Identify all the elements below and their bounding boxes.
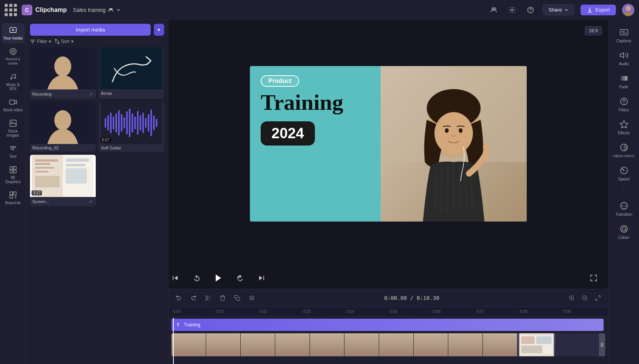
- share-button[interactable]: Share: [543, 4, 575, 15]
- preview-left-panel: Product Training 2024: [250, 66, 381, 222]
- right-tool-speed[interactable]: Speed: [611, 163, 637, 184]
- record-icon: [9, 47, 17, 56]
- svg-rect-33: [107, 115, 109, 131]
- sort-button[interactable]: Sort ▾: [54, 39, 73, 44]
- undo-btn[interactable]: [173, 292, 185, 304]
- right-tool-adjust-colours[interactable]: Adjust colours: [611, 140, 637, 161]
- sidebar-item-your-media[interactable]: Your media: [2, 23, 25, 43]
- share-people-btn[interactable]: [488, 4, 500, 16]
- play-pause-btn[interactable]: [211, 271, 225, 285]
- media-item-arrow[interactable]: Arrow: [99, 47, 165, 99]
- zoom-in-btn[interactable]: [566, 292, 577, 304]
- video-frame-1: [171, 333, 206, 356]
- media-panel-header: Import media ▾: [26, 20, 168, 39]
- user-avatar[interactable]: [622, 4, 634, 16]
- expand-timeline-btn[interactable]: [592, 292, 604, 304]
- ruler-mark-2: 0:02: [258, 309, 302, 314]
- add-clip-btn[interactable]: [246, 292, 258, 304]
- rewind-5-btn[interactable]: 5: [190, 271, 204, 285]
- right-tool-colour[interactable]: Colour: [611, 221, 637, 243]
- sidebar-item-stock-images[interactable]: Stock images: [2, 116, 25, 141]
- fullscreen-btn[interactable]: [587, 271, 601, 285]
- settings-btn[interactable]: [506, 4, 518, 16]
- transition-icon: [619, 201, 629, 210]
- cut-btn[interactable]: [202, 292, 214, 304]
- media-item-recording02[interactable]: Recording_02: [30, 102, 96, 152]
- ruler-mark-9: 0:09: [562, 309, 605, 314]
- right-tool-audio[interactable]: Audio: [611, 48, 637, 69]
- svg-rect-51: [156, 119, 157, 127]
- zoom-out-btn[interactable]: [579, 292, 591, 304]
- title-track[interactable]: T Training: [171, 318, 605, 332]
- project-name[interactable]: Sales training: [73, 7, 121, 13]
- sidebar-item-record-create[interactable]: Record & create: [2, 44, 25, 69]
- skip-start-btn[interactable]: [168, 271, 182, 285]
- right-tool-transition[interactable]: Transition: [611, 198, 637, 220]
- filter-button[interactable]: Filter ▾: [30, 39, 51, 44]
- timeline-scrubber[interactable]: [173, 318, 174, 364]
- svg-point-68: [445, 128, 449, 133]
- video-frame-2: [206, 333, 241, 356]
- video-track[interactable]: [171, 333, 605, 356]
- svg-rect-41: [129, 109, 130, 137]
- apps-grid-icon[interactable]: [5, 4, 17, 16]
- sidebar-item-brand-kit[interactable]: Brand kit: [2, 188, 25, 208]
- sidebar-item-text[interactable]: Text: [2, 141, 25, 162]
- right-tool-effects[interactable]: Effects: [611, 117, 637, 138]
- import-media-dropdown[interactable]: ▾: [154, 24, 164, 36]
- ruler-mark-7: 0:07: [475, 309, 519, 314]
- svg-rect-49: [150, 109, 152, 136]
- help-btn[interactable]: [524, 4, 537, 16]
- sidebar-item-stock-video[interactable]: Stock video: [2, 95, 25, 115]
- forward-5-btn[interactable]: 5: [233, 271, 247, 285]
- svg-text:5: 5: [239, 277, 240, 280]
- svg-rect-47: [145, 118, 146, 128]
- svg-rect-27: [101, 47, 162, 89]
- ruler-mark-4: 0:04: [345, 309, 388, 314]
- svg-rect-39: [123, 117, 125, 129]
- svg-rect-44: [137, 111, 138, 135]
- trim-handle-icon: [601, 341, 604, 349]
- right-tool-fade[interactable]: Fade: [611, 71, 637, 92]
- video-track-frames: [171, 333, 599, 356]
- media-item-screen[interactable]: 3:17 Screen... ✓: [30, 155, 96, 206]
- user-profile-image: [622, 4, 634, 16]
- media-item-soft-guitar[interactable]: 2:17 Soft Guitar: [99, 102, 165, 152]
- video-frame-3: [241, 333, 275, 356]
- trim-handle[interactable]: [599, 333, 605, 356]
- svg-point-4: [511, 9, 513, 11]
- svg-rect-60: [66, 159, 89, 162]
- svg-point-123: [622, 229, 623, 230]
- redo-btn[interactable]: [188, 292, 199, 304]
- skip-end-btn[interactable]: [255, 271, 268, 285]
- timeline-ruler: 0:00 0:01 0:02 0:03 0:04 0:05 0:06 0:07 …: [168, 307, 608, 316]
- video-frame-9: [448, 333, 483, 356]
- right-tool-filters[interactable]: Filters: [611, 94, 637, 115]
- export-button[interactable]: Export: [581, 5, 616, 15]
- svg-rect-26: [59, 68, 67, 74]
- import-media-button[interactable]: Import media: [30, 24, 151, 36]
- video-frame-5: [310, 333, 344, 356]
- delete-btn[interactable]: [217, 292, 228, 304]
- right-tool-captions[interactable]: Captions: [611, 25, 637, 46]
- svg-marker-82: [259, 276, 262, 280]
- recording-check: ✓: [89, 91, 93, 97]
- ruler-marks: 0:00 0:01 0:02 0:03 0:04 0:05 0:06 0:07 …: [171, 309, 605, 314]
- aspect-ratio-badge[interactable]: 16:9: [585, 26, 602, 35]
- main-layout: Your media Record & create Music & SFX S…: [0, 20, 639, 364]
- media-item-recording[interactable]: Recording ✓: [30, 47, 96, 99]
- video-frame-6: [344, 333, 379, 356]
- zoom-out-icon: [582, 295, 588, 301]
- preview-person: [381, 66, 527, 222]
- svg-rect-20: [10, 166, 12, 169]
- ruler-mark-1: 0:01: [215, 309, 258, 314]
- media-icon: [9, 26, 17, 35]
- copy-btn[interactable]: [231, 292, 243, 304]
- arrow-label: Arrow: [99, 89, 165, 97]
- svg-rect-86: [236, 297, 240, 301]
- sidebar-item-graphics[interactable]: 88 Graphics: [2, 162, 25, 187]
- stock-video-icon: [9, 98, 17, 106]
- svg-rect-30: [60, 123, 66, 128]
- sidebar-item-music-sfx[interactable]: Music & SFX: [2, 69, 25, 94]
- trash-icon: [220, 295, 226, 301]
